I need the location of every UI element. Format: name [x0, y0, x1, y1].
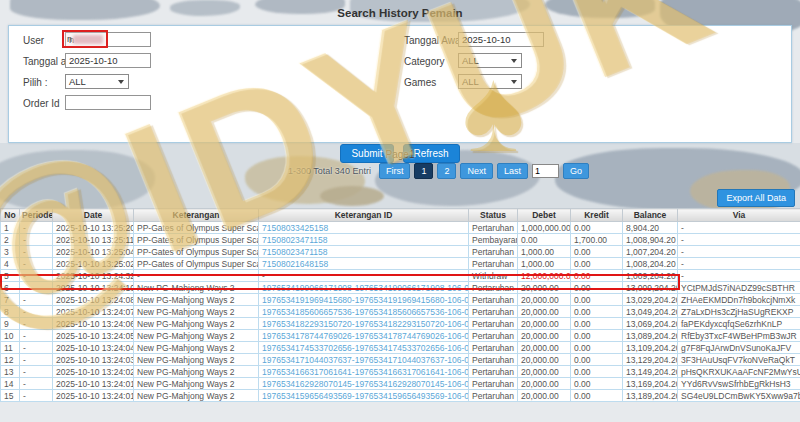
cell-keterangan_id[interactable]: 1976534174533702656-1976534174533702656-…	[259, 342, 469, 354]
cell-via: -	[678, 246, 800, 258]
cell-date: 2025-10-10 13:24:05	[53, 330, 134, 342]
cell-balance: 13,069,204.20	[623, 318, 678, 330]
last-page-button[interactable]: Last	[497, 163, 528, 179]
cell-debet: 20,000.00	[518, 318, 571, 330]
column-header-date: Date	[53, 209, 134, 222]
cell-keterangan_id[interactable]: 71508023471158	[259, 234, 469, 246]
cell-via: -	[678, 222, 800, 234]
cell-debet: 20,000.00	[518, 378, 571, 390]
chevron-down-icon	[511, 80, 517, 84]
cell-no: 5	[1, 270, 20, 282]
redaction-blob	[73, 35, 103, 44]
cell-debet: 20,000.00	[518, 294, 571, 306]
column-header-debet: Debet	[518, 209, 571, 222]
cell-kredit: 0.00	[571, 282, 623, 294]
table-row: 6-2025-10-10 13:24:10New PG-Mahjong Ways…	[1, 282, 800, 294]
cell-no: 4	[1, 258, 20, 270]
cell-kredit: 0.00	[571, 366, 623, 378]
games-select[interactable]: ALL	[458, 74, 522, 89]
cell-keterangan_id[interactable]: 1976534199066171908-1976534199066171908-…	[259, 282, 469, 294]
cell-debet: 20,000.00	[518, 330, 571, 342]
cell-no: 10	[1, 330, 20, 342]
cell-debet: 20,000.00	[518, 282, 571, 294]
column-header-via: Via	[678, 209, 800, 222]
cell-balance: 13,149,204.20	[623, 366, 678, 378]
cell-balance: 13,109,204.20	[623, 342, 678, 354]
cell-kredit: 0.00	[571, 330, 623, 342]
tanggal-awal-label: Tanggal Awal	[404, 35, 463, 46]
cell-date: 2025-10-10 13:24:04	[53, 342, 134, 354]
cell-keterangan_id[interactable]: 1976534185606657536-1976534185606657536-…	[259, 306, 469, 318]
cell-keterangan_id[interactable]: 1976534178744769026-1976534178744769026-…	[259, 330, 469, 342]
cell-date: 2025-10-10 13:24:07	[53, 306, 134, 318]
cell-status: Pertaruhan	[469, 294, 518, 306]
cell-debet: 1,000,000.00	[518, 222, 571, 234]
cell-status: Pertaruhan	[469, 366, 518, 378]
cell-no: 6	[1, 282, 20, 294]
cell-via: 3F3HAuUsqFV7koNVeRaQkT	[678, 354, 800, 366]
cell-keterangan_id[interactable]: 71508023471158	[259, 246, 469, 258]
map-landmass	[320, 186, 384, 206]
cell-keterangan_id[interactable]: 1976534162928070145-1976534162928070145-…	[259, 378, 469, 390]
cell-keterangan: New PG-Mahjong Ways 2	[134, 390, 259, 402]
cell-status: Pertaruhan	[469, 306, 518, 318]
table-row: 13-2025-10-10 13:24:02New PG-Mahjong Way…	[1, 366, 800, 378]
cell-date: 2025-10-10 13:24:32	[53, 270, 134, 282]
table-row: 2-2025-10-10 13:25:11PP-Gates of Olympus…	[1, 234, 800, 246]
cell-kredit: 0.00	[571, 270, 623, 282]
cell-date: 2025-10-10 13:24:08	[53, 294, 134, 306]
cell-date: 2025-10-10 13:24:03	[53, 354, 134, 366]
next-page-button[interactable]: Next	[460, 163, 493, 179]
order-id-input[interactable]	[65, 95, 151, 110]
pilih-select[interactable]: ALL	[65, 74, 129, 89]
cell-via: YCtPMJdS7iNADZ99cSBTHR	[678, 282, 800, 294]
export-all-data-button[interactable]: Export All Data	[717, 189, 795, 207]
cell-keterangan_id[interactable]: 1976534191969415680-1976534191969415680-…	[259, 294, 469, 306]
column-header-keterangan-id: Keterangan ID	[259, 209, 469, 222]
cell-debet: 20,000.00	[518, 354, 571, 366]
page-1-button[interactable]: 1	[414, 163, 433, 179]
cell-periode: -	[20, 270, 53, 282]
column-header-periode: Periode	[20, 209, 53, 222]
cell-keterangan_id[interactable]: 1976534159656493569-1976534159656493569-…	[259, 390, 469, 402]
cell-keterangan: PP-Gates of Olympus Super Scatter	[134, 246, 259, 258]
cell-via: -	[678, 258, 800, 270]
history-table-body: 1-2025-10-10 13:25:20PP-Gates of Olympus…	[1, 222, 800, 402]
search-form-panel: User Tanggal akhir Pilih : ALL Order Id …	[8, 25, 792, 143]
go-button[interactable]: Go	[563, 163, 589, 179]
cell-keterangan_id[interactable]: 71508021648158	[259, 258, 469, 270]
cell-balance: 13,029,204.20	[623, 294, 678, 306]
cell-debet: 1,000.00	[518, 258, 571, 270]
cell-status: Pertaruhan	[469, 318, 518, 330]
cell-keterangan_id[interactable]: 71508033425158	[259, 222, 469, 234]
cell-keterangan: New PG-Mahjong Ways 2	[134, 282, 259, 294]
column-header-no: No	[1, 209, 20, 222]
cell-kredit: 0.00	[571, 342, 623, 354]
cell-no: 12	[1, 354, 20, 366]
first-page-button[interactable]: First	[379, 163, 411, 179]
cell-keterangan_id[interactable]: 1976534171044037637-1976534171044037637-…	[259, 354, 469, 366]
cell-balance: 13,009,204.20	[623, 282, 678, 294]
cell-keterangan: New PG-Mahjong Ways 2	[134, 342, 259, 354]
user-redaction-box: n	[62, 30, 108, 48]
table-row: 12-2025-10-10 13:24:03New PG-Mahjong Way…	[1, 354, 800, 366]
cell-no: 11	[1, 342, 20, 354]
cell-date: 2025-10-10 13:25:04	[53, 246, 134, 258]
category-select[interactable]: ALL	[458, 53, 522, 68]
cell-periode: -	[20, 330, 53, 342]
cell-balance: 13,089,204.20	[623, 330, 678, 342]
page-2-button[interactable]: 2	[437, 163, 456, 179]
tanggal-awal-input[interactable]	[458, 32, 544, 47]
cell-periode: -	[20, 246, 53, 258]
cell-status: Withdraw	[469, 270, 518, 282]
cell-keterangan_id[interactable]: 1976534166317061641-1976534166317061641-…	[259, 366, 469, 378]
cell-date: 2025-10-10 13:25:11	[53, 234, 134, 246]
cell-keterangan_id[interactable]: 1976534182293150720-1976534182293150720-…	[259, 318, 469, 330]
cell-via: pHsQKRXUKAaAFcNF2MwYsU	[678, 366, 800, 378]
tanggal-akhir-input[interactable]	[65, 53, 151, 68]
user-value-fragment: n	[67, 34, 72, 44]
cell-status: Pertaruhan	[469, 354, 518, 366]
cell-status: Pertaruhan	[469, 342, 518, 354]
goto-page-input[interactable]	[532, 164, 559, 178]
cell-debet: 12,000,000.00	[518, 270, 571, 282]
